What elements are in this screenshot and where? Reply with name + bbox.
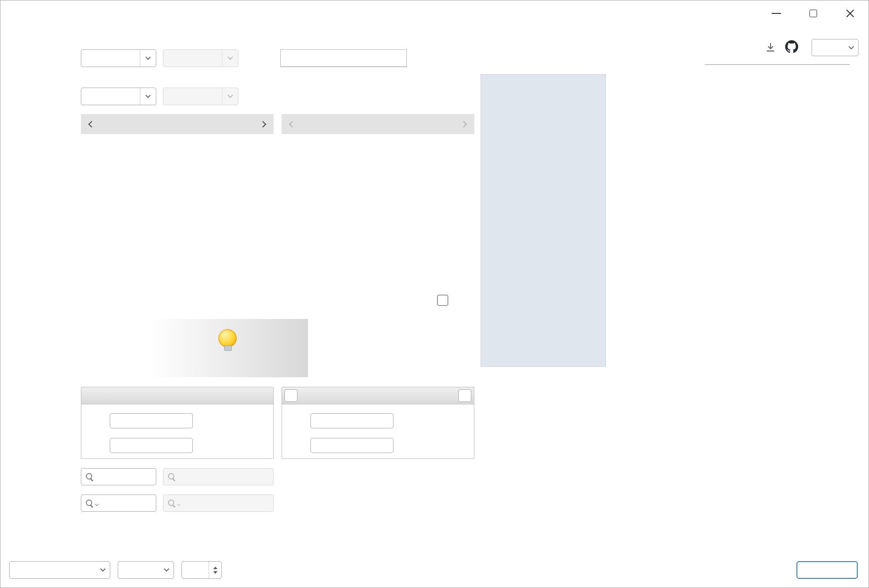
- bottom-toolbar: [9, 561, 858, 579]
- themes-list: [705, 64, 850, 65]
- next-month-icon[interactable]: [260, 121, 266, 127]
- lightbulb-base: [224, 345, 232, 351]
- searchfield-enabled[interactable]: [81, 468, 156, 485]
- download-themes-button[interactable]: [762, 40, 779, 55]
- chevron-down-icon: [228, 93, 233, 98]
- monthview-enabled: [81, 114, 274, 136]
- busy-spinner: [80, 292, 99, 311]
- titledpanel-right-button[interactable]: [458, 389, 471, 402]
- monthview-header: [282, 114, 474, 134]
- titledpanel-with-buttons: [282, 387, 474, 459]
- chevron-down-icon: [95, 502, 98, 505]
- titledpanel-plain: [81, 387, 274, 459]
- download-icon: [765, 41, 776, 53]
- searchfield-with-menu-disabled: [163, 495, 274, 512]
- search-icon: [168, 499, 176, 507]
- prev-month-icon: [289, 121, 296, 127]
- datepicker-dropdown-button[interactable]: [140, 50, 156, 67]
- text-input[interactable]: [310, 438, 393, 453]
- text-input[interactable]: [310, 413, 393, 428]
- maximize-button[interactable]: [795, 0, 832, 26]
- chevron-down-icon: [177, 502, 181, 505]
- titledpanel-left-button[interactable]: [284, 389, 297, 402]
- jxheader-panel: [81, 319, 308, 377]
- titledpanel-body: [81, 404, 273, 459]
- datepicker-dropdown-button: [222, 88, 238, 105]
- close-window-button[interactable]: [832, 0, 869, 26]
- window-controls: [758, 0, 869, 26]
- chevron-down-icon: [145, 54, 151, 60]
- chevron-down-icon: [164, 566, 169, 572]
- font-size-spinner[interactable]: [181, 561, 222, 579]
- github-button[interactable]: [783, 39, 800, 54]
- searchfield-disabled: [163, 468, 274, 485]
- datepicker-not-editable-disabled: [163, 88, 238, 105]
- minimize-button[interactable]: [758, 0, 795, 26]
- prev-month-icon[interactable]: [88, 121, 95, 127]
- monthview-header: [81, 114, 274, 134]
- datepicker-dropdown-button: [222, 50, 238, 67]
- search-icon: [85, 473, 93, 481]
- busy-checkbox[interactable]: [437, 295, 453, 306]
- lightbulb-icon: [218, 329, 238, 351]
- searchfield-with-menu-enabled[interactable]: [81, 495, 156, 512]
- taskpane-panes: [481, 75, 605, 85]
- themes-filter-combobox[interactable]: [812, 39, 859, 56]
- table-column-header[interactable]: [281, 50, 406, 67]
- laf-combobox[interactable]: [9, 561, 110, 579]
- app-window: [0, 0, 869, 588]
- spinner-up-icon[interactable]: [213, 567, 217, 569]
- search-icon: [168, 473, 176, 481]
- font-combobox[interactable]: [118, 561, 174, 579]
- titlebar[interactable]: [0, 0, 869, 26]
- monthview-disabled: [282, 114, 474, 136]
- chevron-down-icon: [100, 566, 106, 572]
- spinner-buttons: [209, 562, 221, 578]
- github-icon: [785, 40, 798, 53]
- titledpanel-header: [282, 387, 474, 404]
- calendar-grid: [81, 134, 274, 136]
- calendar-grid: [282, 134, 474, 136]
- next-month-icon: [460, 121, 467, 127]
- celleditor-table: [280, 49, 407, 67]
- taskpane-container: [481, 74, 606, 367]
- maximize-icon: [810, 10, 817, 17]
- chevron-down-icon: [228, 54, 233, 60]
- minimize-icon: [772, 13, 781, 14]
- close-dialog-button[interactable]: [797, 561, 858, 579]
- text-input[interactable]: [110, 438, 193, 453]
- datepicker-disabled: [163, 49, 238, 67]
- chevron-down-icon: [848, 44, 854, 49]
- titledpanel-header: [81, 387, 273, 404]
- text-input[interactable]: [110, 413, 193, 428]
- datepicker-dropdown-button[interactable]: [140, 88, 156, 105]
- close-icon: [845, 8, 855, 18]
- datepicker-enabled[interactable]: [81, 49, 156, 67]
- chevron-down-icon: [145, 93, 151, 98]
- datepicker-not-editable[interactable]: [81, 88, 156, 105]
- titledpanel-body: [282, 404, 474, 459]
- lightbulb-glass: [218, 329, 237, 347]
- spinner-down-icon[interactable]: [213, 571, 217, 574]
- search-icon: [85, 499, 93, 507]
- checkbox-box[interactable]: [437, 295, 448, 306]
